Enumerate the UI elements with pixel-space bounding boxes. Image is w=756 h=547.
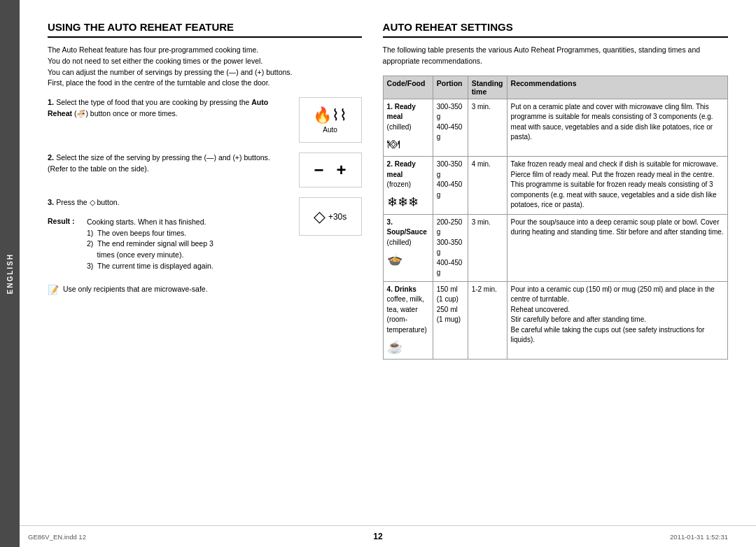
footer-right: 2011-01-31 1:52:31 <box>670 533 728 541</box>
minus-plus-box: − + <box>299 152 362 187</box>
footer-left: GE86V_EN.indd 12 <box>28 533 86 541</box>
food-2-portion: 300-350 g400-450 g <box>433 157 468 215</box>
diamond-icon: ◇ <box>314 208 326 226</box>
step-1-num: 1. <box>48 98 54 106</box>
col-code-food: Code/Food <box>383 76 433 99</box>
side-label: ENGLISH <box>0 0 20 547</box>
step-3: 3. Press the ◇ button. Result : Cooking … <box>48 197 362 275</box>
main-content: USING THE AUTO REHEAT FEATURE The Auto R… <box>20 0 756 525</box>
language-label: ENGLISH <box>6 253 14 294</box>
left-section-description: The Auto Reheat feature has four pre-pro… <box>48 45 362 89</box>
step-3-text: Press the ◇ button. <box>56 198 119 206</box>
col-standing-time: Standingtime <box>468 76 507 99</box>
reheat-settings-table: Code/Food Portion Standingtime Recommend… <box>383 76 728 360</box>
food-1-standing: 3 min. <box>468 99 507 157</box>
start-button-box: ◇ +30s <box>299 197 362 236</box>
food-3-portion: 200-250 g300-350 g400-450 g <box>433 214 468 281</box>
two-column-layout: USING THE AUTO REHEAT FEATURE The Auto R… <box>48 21 728 511</box>
step-3-num: 3. <box>48 198 54 206</box>
food-2-standing: 4 min. <box>468 157 507 215</box>
page-number: 12 <box>86 532 670 541</box>
step-1: 1. Select the type of food that you are … <box>48 97 362 143</box>
col-recommendations: Recommendations <box>507 76 727 99</box>
ready-meal-icon: 🍽 <box>387 135 429 153</box>
food-2-name: 2. Ready meal (frozen) ❄❄❄ <box>383 157 433 215</box>
food-3-standing: 3 min. <box>468 214 507 281</box>
desc-line-2: You do not need to set either the cookin… <box>48 57 262 65</box>
step-2-text: Select the size of the serving by pressi… <box>48 153 270 173</box>
left-column: USING THE AUTO REHEAT FEATURE The Auto R… <box>48 21 362 511</box>
step-1-content: 1. Select the type of food that you are … <box>48 97 292 120</box>
frozen-icon: ❄❄❄ <box>387 193 429 211</box>
left-section-title: USING THE AUTO REHEAT FEATURE <box>48 21 362 38</box>
step-2-content: 2. Select the size of the serving by pre… <box>48 152 292 175</box>
food-4-name: 4. Drinks coffee, milk,tea, water(room-t… <box>383 281 433 360</box>
food-3-rec: Pour the soup/sauce into a deep ceramic … <box>507 214 727 281</box>
table-header-row: Code/Food Portion Standingtime Recommend… <box>383 76 727 99</box>
col-portion: Portion <box>433 76 468 99</box>
page-footer: GE86V_EN.indd 12 12 2011-01-31 1:52:31 <box>0 525 756 547</box>
food-2-rec: Take frozen ready meal and check if dish… <box>507 157 727 215</box>
desc-line-3: You can adjust the number of servings by… <box>48 68 293 76</box>
right-section-title: AUTO REHEAT SETTINGS <box>383 21 728 38</box>
table-row: 1. Ready meal (chilled) 🍽 300-350 g400-4… <box>383 99 727 157</box>
soup-icon: 🍲 <box>387 250 429 269</box>
table-row: 2. Ready meal (frozen) ❄❄❄ 300-350 g400-… <box>383 157 727 215</box>
food-4-standing: 1-2 min. <box>468 281 507 360</box>
food-4-portion: 150 ml(1 cup)250 ml(1 mug) <box>433 281 468 360</box>
step-2: 2. Select the size of the serving by pre… <box>48 152 362 187</box>
right-section-description: The following table presents the various… <box>383 45 728 67</box>
drinks-icon: ☕ <box>387 338 429 356</box>
microwave-note: 📝 Use only recipients that are microwave… <box>48 285 362 295</box>
result-content: Cooking starts. When it has finished. 1)… <box>87 217 214 272</box>
auto-reheat-icon-box: 🔥⌇⌇ Auto <box>299 97 362 143</box>
step-2-num: 2. <box>48 153 54 162</box>
plus30s-label: +30s <box>328 212 346 222</box>
food-1-portion: 300-350 g400-450 g <box>433 99 468 157</box>
desc-line-4: First, place the food in the centre of t… <box>48 78 270 87</box>
plus-icon: + <box>337 160 346 180</box>
food-4-rec: Pour into a ceramic cup (150 ml) or mug … <box>507 281 727 360</box>
page: ENGLISH USING THE AUTO REHEAT FEATURE Th… <box>0 0 756 547</box>
table-row: 3. Soup/Sauce (chilled) 🍲 200-250 g300-3… <box>383 214 727 281</box>
right-column: AUTO REHEAT SETTINGS The following table… <box>383 21 728 511</box>
food-1-name: 1. Ready meal (chilled) 🍽 <box>383 99 433 157</box>
auto-label: Auto <box>323 126 337 134</box>
result-row: Result : Cooking starts. When it has fin… <box>48 217 292 272</box>
desc-line-1: The Auto Reheat feature has four pre-pro… <box>48 45 258 54</box>
step-1-text: Select the type of food that you are coo… <box>48 98 268 118</box>
table-row: 4. Drinks coffee, milk,tea, water(room-t… <box>383 281 727 360</box>
note-icon: 📝 <box>48 285 59 295</box>
steam-icon: 🔥⌇⌇ <box>313 106 347 125</box>
minus-icon: − <box>314 160 324 180</box>
note-text: Use only recipients that are microwave-s… <box>63 285 208 295</box>
step-3-content: 3. Press the ◇ button. Result : Cooking … <box>48 197 292 275</box>
food-1-rec: Put on a ceramic plate and cover with mi… <box>507 99 727 157</box>
result-label: Result : <box>48 217 81 272</box>
food-3-name: 3. Soup/Sauce (chilled) 🍲 <box>383 214 433 281</box>
